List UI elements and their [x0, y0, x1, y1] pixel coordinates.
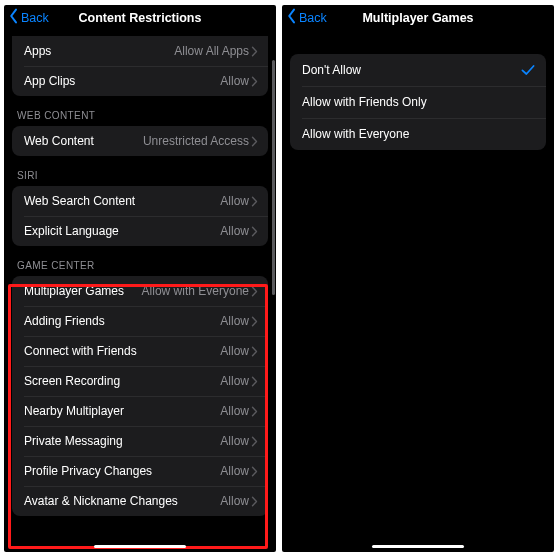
multiplayer-games-screen: Back Multiplayer Games Don't AllowAllow … — [282, 5, 554, 552]
row-label: Web Content — [24, 134, 143, 148]
row-value: Unrestricted Access — [143, 134, 249, 148]
chevron-right-icon — [251, 286, 258, 297]
content-scroll: AppsAllow All AppsApp ClipsAllow WEB CON… — [4, 30, 276, 552]
setting-row[interactable]: Web ContentUnrestricted Access — [12, 126, 268, 156]
row-label: Private Messaging — [24, 434, 220, 448]
row-value: Allow — [220, 194, 249, 208]
home-indicator[interactable] — [94, 545, 186, 549]
content-restrictions-screen: Back Content Restrictions AppsAllow All … — [4, 5, 276, 552]
row-value: Allow — [220, 74, 249, 88]
row-label: Connect with Friends — [24, 344, 220, 358]
back-label: Back — [299, 11, 327, 25]
chevron-right-icon — [251, 436, 258, 447]
row-label: Avatar & Nickname Changes — [24, 494, 220, 508]
row-label: App Clips — [24, 74, 220, 88]
row-value: Allow — [220, 404, 249, 418]
chevron-right-icon — [251, 496, 258, 507]
chevron-right-icon — [251, 76, 258, 87]
row-value: Allow — [220, 434, 249, 448]
setting-row[interactable]: Profile Privacy ChangesAllow — [12, 456, 268, 486]
setting-row[interactable]: Private MessagingAllow — [12, 426, 268, 456]
navbar: Back Content Restrictions — [4, 5, 276, 30]
setting-row[interactable]: Multiplayer GamesAllow with Everyone — [12, 276, 268, 306]
row-label: Adding Friends — [24, 314, 220, 328]
game-center-group: Multiplayer GamesAllow with EveryoneAddi… — [12, 276, 268, 516]
chevron-right-icon — [251, 136, 258, 147]
chevron-right-icon — [251, 466, 258, 477]
setting-row[interactable]: Connect with FriendsAllow — [12, 336, 268, 366]
content-scroll: Don't AllowAllow with Friends OnlyAllow … — [282, 30, 554, 552]
row-label: Web Search Content — [24, 194, 220, 208]
chevron-left-icon — [8, 8, 20, 27]
row-value: Allow All Apps — [174, 44, 249, 58]
setting-row[interactable]: Adding FriendsAllow — [12, 306, 268, 336]
section-header-siri: SIRI — [4, 156, 276, 186]
chevron-right-icon — [251, 226, 258, 237]
option-row[interactable]: Don't Allow — [290, 54, 546, 86]
chevron-right-icon — [251, 346, 258, 357]
row-value: Allow with Everyone — [142, 284, 249, 298]
row-label: Screen Recording — [24, 374, 220, 388]
siri-group: Web Search ContentAllowExplicit Language… — [12, 186, 268, 246]
allowed-content-group: AppsAllow All AppsApp ClipsAllow — [12, 36, 268, 96]
checkmark-icon — [520, 62, 536, 78]
chevron-right-icon — [251, 376, 258, 387]
home-indicator[interactable] — [372, 545, 464, 549]
setting-row[interactable]: Web Search ContentAllow — [12, 186, 268, 216]
chevron-right-icon — [251, 196, 258, 207]
row-value: Allow — [220, 344, 249, 358]
row-label: Profile Privacy Changes — [24, 464, 220, 478]
chevron-right-icon — [251, 406, 258, 417]
back-label: Back — [21, 11, 49, 25]
setting-row[interactable]: Avatar & Nickname ChangesAllow — [12, 486, 268, 516]
option-row[interactable]: Allow with Everyone — [290, 118, 546, 150]
option-row[interactable]: Allow with Friends Only — [290, 86, 546, 118]
back-button[interactable]: Back — [4, 8, 49, 27]
chevron-right-icon — [251, 46, 258, 57]
web-content-group: Web ContentUnrestricted Access — [12, 126, 268, 156]
scrollbar[interactable] — [272, 60, 275, 295]
chevron-left-icon — [286, 8, 298, 27]
setting-row[interactable]: Nearby MultiplayerAllow — [12, 396, 268, 426]
row-label: Multiplayer Games — [24, 284, 142, 298]
setting-row[interactable]: Explicit LanguageAllow — [12, 216, 268, 246]
back-button[interactable]: Back — [282, 8, 327, 27]
option-label: Allow with Friends Only — [302, 95, 536, 109]
row-label: Nearby Multiplayer — [24, 404, 220, 418]
option-label: Allow with Everyone — [302, 127, 536, 141]
row-value: Allow — [220, 314, 249, 328]
row-value: Allow — [220, 494, 249, 508]
setting-row[interactable]: Screen RecordingAllow — [12, 366, 268, 396]
chevron-right-icon — [251, 316, 258, 327]
navbar: Back Multiplayer Games — [282, 5, 554, 30]
row-value: Allow — [220, 374, 249, 388]
setting-row[interactable]: AppsAllow All Apps — [12, 36, 268, 66]
row-label: Explicit Language — [24, 224, 220, 238]
row-value: Allow — [220, 224, 249, 238]
option-label: Don't Allow — [302, 63, 520, 77]
row-value: Allow — [220, 464, 249, 478]
setting-row[interactable]: App ClipsAllow — [12, 66, 268, 96]
row-label: Apps — [24, 44, 174, 58]
options-group: Don't AllowAllow with Friends OnlyAllow … — [290, 54, 546, 150]
section-header-web: WEB CONTENT — [4, 96, 276, 126]
section-header-game-center: GAME CENTER — [4, 246, 276, 276]
